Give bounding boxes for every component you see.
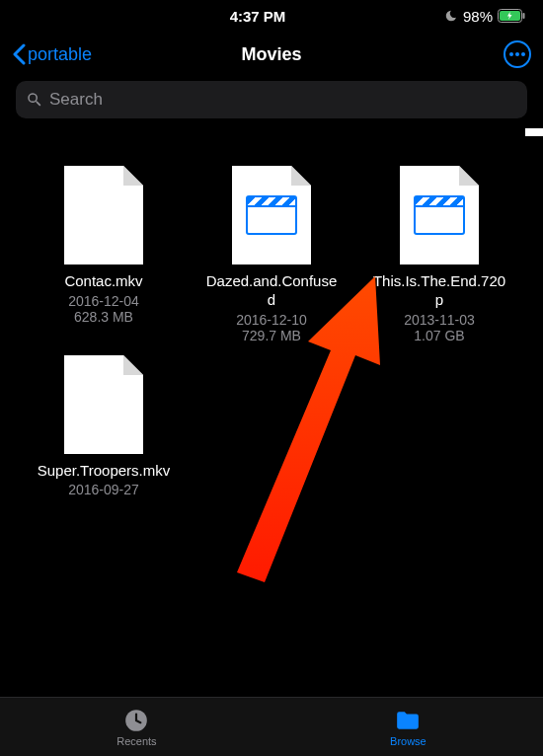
ellipsis-icon [509, 52, 525, 56]
clock-icon [123, 708, 149, 733]
video-clapper-icon [246, 195, 297, 235]
battery-icon [498, 9, 525, 23]
white-artifact [525, 128, 543, 136]
file-name: This.Is.The.End.720p [370, 272, 508, 310]
file-item-this-is-the-end[interactable]: This.Is.The.End.720p 2013-11-03 1.07 GB [359, 166, 519, 343]
svg-point-5 [521, 52, 525, 56]
back-label: portable [28, 44, 92, 65]
svg-rect-2 [522, 13, 524, 19]
file-item-super-troopers[interactable]: Super.Troopers.mkv 2016-09-27 [24, 355, 184, 498]
file-item-dazed[interactable]: Dazed.and.Confused 2016-12-10 729.7 MB [192, 166, 351, 343]
page-title: Movies [241, 44, 301, 65]
battery-percentage: 98% [463, 8, 493, 25]
file-date: 2013-11-03 [404, 312, 475, 328]
tab-recents[interactable]: Recents [116, 708, 156, 747]
file-name: Super.Troopers.mkv [38, 462, 171, 481]
file-icon [64, 166, 143, 265]
carrier-censored [10, 6, 71, 22]
file-size: 1.07 GB [414, 328, 464, 343]
file-icon [232, 166, 311, 265]
tab-label: Recents [116, 735, 156, 747]
file-icon [64, 355, 143, 454]
file-date: 2016-09-27 [68, 482, 139, 497]
file-size: 729.7 MB [242, 328, 301, 343]
chevron-left-icon [12, 43, 26, 65]
search-placeholder: Search [49, 90, 103, 110]
video-clapper-icon [414, 195, 465, 235]
moon-icon [444, 9, 458, 23]
file-date: 2016-12-04 [68, 293, 139, 309]
files-grid: Contac.mkv 2016-12-04 628.3 MB Dazed.and… [0, 130, 543, 517]
back-button[interactable]: portable [12, 43, 92, 65]
more-options-button[interactable] [504, 40, 531, 68]
search-icon [26, 91, 43, 109]
tab-browse[interactable]: Browse [390, 708, 427, 747]
status-bar: 4:37 PM 98% [0, 0, 543, 32]
tab-bar: Recents Browse [0, 697, 543, 756]
status-time: 4:37 PM [230, 8, 286, 25]
file-name: Dazed.and.Confused [202, 272, 341, 310]
svg-point-3 [509, 52, 513, 56]
svg-point-4 [515, 52, 519, 56]
search-input[interactable]: Search [16, 81, 527, 118]
file-name: Contac.mkv [64, 272, 142, 291]
file-icon [400, 166, 479, 265]
tab-label: Browse [390, 735, 427, 747]
status-right-group: 98% [444, 8, 525, 25]
folder-icon [395, 708, 421, 733]
file-item-contac[interactable]: Contac.mkv 2016-12-04 628.3 MB [24, 166, 184, 343]
file-date: 2016-12-10 [236, 312, 307, 328]
file-size: 628.3 MB [74, 309, 133, 325]
navigation-bar: portable Movies [0, 32, 543, 77]
